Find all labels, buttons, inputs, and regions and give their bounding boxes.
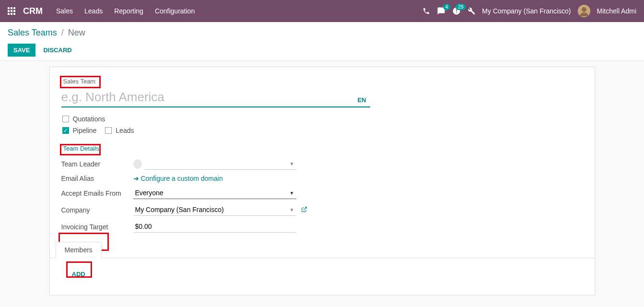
nav-item-sales[interactable]: Sales xyxy=(56,7,73,15)
company-label: Company xyxy=(61,206,133,214)
leads-checkbox[interactable] xyxy=(105,127,112,134)
name-input[interactable] xyxy=(61,88,354,107)
team-leader-avatar xyxy=(133,159,142,169)
breadcrumb-current: New xyxy=(68,28,85,37)
tab-members[interactable]: Members xyxy=(56,242,102,258)
accept-emails-label: Accept Emails From xyxy=(61,189,133,197)
avatar[interactable] xyxy=(578,5,590,17)
apps-icon[interactable] xyxy=(8,7,15,15)
team-leader-input[interactable] xyxy=(145,158,296,170)
top-navbar: CRM Sales Leads Reporting Configuration … xyxy=(0,0,644,22)
company-selector[interactable]: My Company (San Francisco) xyxy=(482,7,571,15)
breadcrumb: Sales Teams / New xyxy=(8,28,636,38)
nav-menu: Sales Leads Reporting Configuration xyxy=(56,7,195,15)
nav-item-configuration[interactable]: Configuration xyxy=(155,7,195,15)
app-brand[interactable]: CRM xyxy=(23,6,43,16)
quotations-checkbox[interactable] xyxy=(62,116,69,122)
action-bar: Sales Teams / New SAVE DISCARD xyxy=(0,22,644,61)
quotations-label: Quotations xyxy=(73,115,105,123)
save-button[interactable]: SAVE xyxy=(8,44,35,57)
tools-icon[interactable] xyxy=(468,7,475,15)
pipeline-checkbox[interactable]: ✓ xyxy=(62,127,69,134)
breadcrumb-sep: / xyxy=(61,28,64,37)
accept-emails-select[interactable] xyxy=(133,187,296,199)
user-name[interactable]: Mitchell Admi xyxy=(597,7,636,15)
pipeline-label: Pipeline xyxy=(73,127,97,134)
invoicing-target-input[interactable] xyxy=(133,221,296,233)
external-link-icon[interactable] xyxy=(301,206,307,214)
svg-point-1 xyxy=(582,7,586,12)
email-alias-label: Email Alias xyxy=(61,175,133,182)
lang-button[interactable]: EN xyxy=(353,96,370,107)
form-sheet: Sales Team EN Quotations ✓ Pipeline Le xyxy=(49,67,595,295)
breadcrumb-parent[interactable]: Sales Teams xyxy=(8,28,57,37)
svg-line-2 xyxy=(304,207,306,210)
arrow-right-icon: ➔ xyxy=(133,175,139,182)
messages-icon[interactable]: 4 xyxy=(437,7,445,15)
leads-label: Leads xyxy=(116,127,134,134)
configure-domain-link[interactable]: ➔ Configure a custom domain xyxy=(133,175,223,182)
activities-icon[interactable]: 29 xyxy=(452,7,461,15)
team-details-title: Team Details xyxy=(61,144,101,153)
name-field-label: Sales Team xyxy=(61,77,98,86)
company-input[interactable] xyxy=(133,204,296,216)
invoicing-target-label: Invoicing Target xyxy=(61,223,133,231)
nav-item-reporting[interactable]: Reporting xyxy=(114,7,143,15)
add-button[interactable]: ADD xyxy=(68,268,89,281)
team-leader-label: Team Leader xyxy=(61,160,133,168)
messages-badge: 4 xyxy=(443,4,451,10)
activities-badge: 29 xyxy=(456,4,466,10)
nav-item-leads[interactable]: Leads xyxy=(84,7,103,15)
configure-domain-text: Configure a custom domain xyxy=(141,175,223,182)
call-icon[interactable] xyxy=(422,7,430,15)
discard-button[interactable]: DISCARD xyxy=(41,44,73,57)
